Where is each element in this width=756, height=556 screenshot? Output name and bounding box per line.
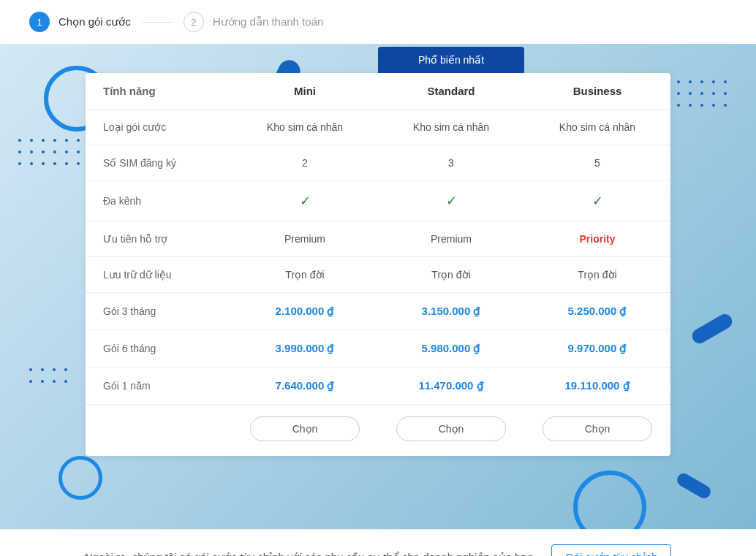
feature-value: Premium [232, 221, 378, 257]
feature-value: ✓ [232, 181, 378, 221]
step-choose-package[interactable]: 1 Chọn gói cước [29, 12, 131, 32]
check-icon: ✓ [592, 194, 603, 208]
feature-value: 2 [232, 145, 378, 181]
feature-value: 3.990.000 ₫ [232, 330, 378, 368]
feature-value: 2.100.000 ₫ [232, 293, 378, 330]
decorative-shape [689, 311, 735, 346]
table-header-business: Business [524, 73, 670, 110]
table-row: Lưu trữ dữ liệu Trọn đời Trọn đời Trọn đ… [86, 257, 670, 293]
decorative-shape [675, 471, 713, 501]
table-row: Gói 6 tháng 3.990.000 ₫ 5.980.000 ₫ 9.97… [86, 330, 670, 368]
feature-value: Trọn đời [232, 257, 378, 293]
price: 9.970.000 ₫ [568, 342, 627, 354]
feature-value: 5.980.000 ₫ [378, 330, 524, 368]
stepper: 1 Chọn gói cước 2 Hướng dẫn thanh toán [0, 0, 756, 44]
feature-label: Lưu trữ dữ liệu [86, 257, 232, 293]
feature-value: 3.150.000 ₫ [378, 293, 524, 330]
select-mini-button[interactable]: Chọn [250, 416, 360, 441]
select-standard-button[interactable]: Chọn [396, 416, 506, 441]
step-divider [143, 22, 172, 23]
hero-section: Phổ biến nhất Tính năng Mini Standard Bu… [0, 44, 756, 529]
price: 11.470.000 ₫ [418, 379, 483, 392]
popular-badge: Phổ biến nhất [378, 47, 524, 73]
feature-value: Kho sim cá nhân [232, 110, 378, 145]
price: 7.640.000 ₫ [276, 379, 335, 392]
price: 2.100.000 ₫ [276, 305, 335, 317]
feature-label: Gói 1 năm [86, 368, 232, 405]
feature-value: 11.470.000 ₫ [378, 368, 524, 405]
table-header-features: Tính năng [86, 73, 232, 110]
feature-label: Đa kênh [86, 181, 232, 221]
check-icon: ✓ [300, 194, 311, 208]
table-row: Đa kênh ✓ ✓ ✓ [86, 181, 670, 221]
feature-value: 7.640.000 ₫ [232, 368, 378, 405]
step-number-2: 2 [184, 12, 204, 32]
feature-label: Loại gói cước [86, 110, 232, 145]
decorative-circle [573, 471, 646, 529]
feature-value: Premium [378, 221, 524, 257]
feature-value: ✓ [524, 181, 670, 221]
check-icon: ✓ [446, 194, 457, 208]
step-label-1: Chọn gói cước [58, 15, 131, 28]
feature-value: 5 [524, 145, 670, 181]
feature-label: Gói 3 tháng [86, 293, 232, 330]
feature-label: Số SIM đăng ký [86, 145, 232, 181]
step-number-1: 1 [29, 12, 50, 32]
feature-label: Gói 6 tháng [86, 330, 232, 368]
custom-package-button[interactable]: Gói cước tùy chỉnh [551, 544, 671, 556]
decorative-circle [58, 456, 102, 500]
feature-value: 5.250.000 ₫ [524, 293, 670, 330]
table-row: Loại gói cước Kho sim cá nhân Kho sim cá… [86, 110, 670, 145]
table-header-standard: Standard [378, 73, 524, 110]
priority-label: Priority [579, 233, 615, 245]
price: 3.150.000 ₫ [422, 305, 481, 317]
price: 5.980.000 ₫ [422, 342, 481, 354]
footer-text: Ngoài ra, chúng tôi có gói cước tùy chỉn… [85, 551, 537, 556]
price: 5.250.000 ₫ [568, 305, 627, 317]
select-business-button[interactable]: Chọn [543, 416, 652, 441]
feature-value: Trọn đời [378, 257, 524, 293]
pricing-table: Tính năng Mini Standard Business Loại gó… [86, 73, 670, 456]
table-row: Gói 1 năm 7.640.000 ₫ 11.470.000 ₫ 19.11… [86, 368, 670, 405]
feature-value: Trọn đời [524, 257, 670, 293]
step-payment-guide[interactable]: 2 Hướng dẫn thanh toán [184, 12, 323, 32]
table-header-mini: Mini [232, 73, 378, 110]
decorative-dots [29, 368, 67, 383]
price: 3.990.000 ₫ [276, 342, 335, 354]
feature-value: 9.970.000 ₫ [524, 330, 670, 368]
feature-value: ✓ [378, 181, 524, 221]
table-row: Ưu tiên hỗ trợ Premium Premium Priority [86, 221, 670, 257]
table-row: Số SIM đăng ký 2 3 5 [86, 145, 670, 181]
step-label-2: Hướng dẫn thanh toán [213, 15, 323, 28]
pricing-card: Phổ biến nhất Tính năng Mini Standard Bu… [86, 73, 670, 456]
table-row: Gói 3 tháng 2.100.000 ₫ 3.150.000 ₫ 5.25… [86, 293, 670, 330]
feature-value: 19.110.000 ₫ [524, 368, 670, 405]
decorative-dots [665, 80, 727, 107]
feature-value: 3 [378, 145, 524, 181]
feature-value: Priority [524, 221, 670, 257]
feature-value: Kho sim cá nhân [524, 110, 670, 145]
price: 19.110.000 ₫ [564, 379, 630, 392]
decorative-dots [18, 139, 80, 165]
feature-label: Ưu tiên hỗ trợ [86, 221, 232, 257]
table-row: Chọn Chọn Chọn [86, 405, 670, 457]
footer-bar: Ngoài ra, chúng tôi có gói cước tùy chỉn… [0, 529, 756, 556]
feature-value: Kho sim cá nhân [378, 110, 524, 145]
